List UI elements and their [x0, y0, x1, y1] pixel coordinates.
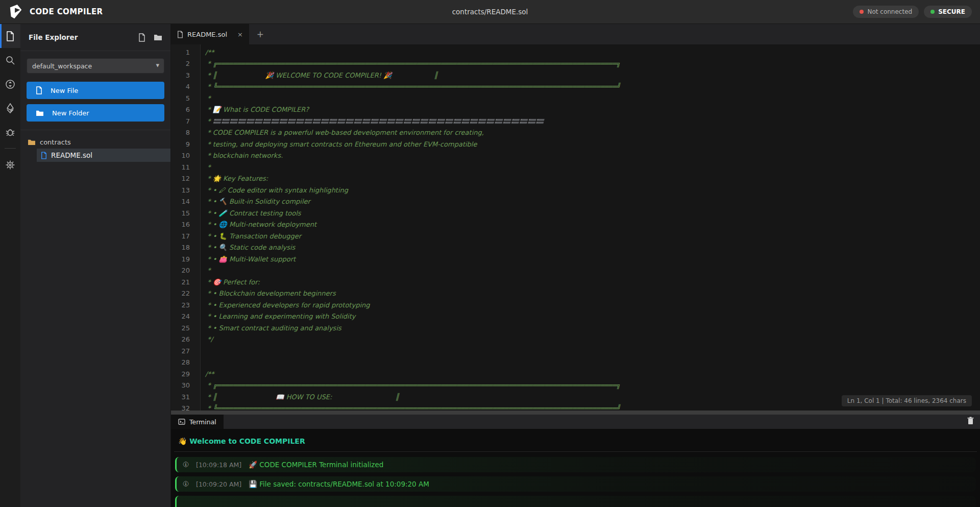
code-text: * 📝 What is CODE COMPILER? [200, 106, 309, 113]
code-line[interactable]: 21 * 🎯 Perfect for: [171, 276, 980, 288]
code-text: * ╔═════════════════════════════════════… [200, 381, 620, 389]
entry-message: 🚀 CODE COMPILER Terminal initialized [249, 461, 383, 469]
line-number: 8 [171, 129, 200, 136]
code-line[interactable]: 3 * ║ 🎉 WELCOME TO CODE COMPILER! 🎉 ║ [171, 69, 980, 81]
code-line[interactable]: 12 * 🌟 Key Features: [171, 173, 980, 185]
line-number: 28 [171, 358, 200, 366]
sidebar-item-compile-deploy[interactable] [0, 72, 20, 96]
code-line[interactable]: 23 * • Experienced developers for rapid … [171, 299, 980, 311]
tab-close-icon[interactable]: × [237, 31, 243, 38]
code-line[interactable]: 6 * 📝 What is CODE COMPILER? [171, 104, 980, 116]
code-line[interactable]: 14 * • 🔨 Built-in Solidity compiler [171, 196, 980, 208]
connection-status-badge: Not connected [853, 6, 919, 18]
code-lines: 1/**2 * ╔═══════════════════════════════… [171, 46, 980, 411]
code-text: * • 🖊 Code editor with syntax highlighti… [200, 186, 348, 194]
code-line[interactable]: 16 * • 🌐 Multi-network deployment [171, 219, 980, 231]
entry-timestamp: [10:09:20 AM] [196, 480, 241, 488]
code-text: * ╔═════════════════════════════════════… [200, 60, 620, 67]
connection-status-label: Not connected [867, 8, 912, 15]
app-logo-icon [8, 4, 23, 20]
sidebar-item-files[interactable] [0, 24, 20, 48]
code-line[interactable]: 22 * • Blockchain development beginners [171, 288, 980, 300]
header-status-badges: Not connected SECURE [853, 6, 972, 18]
workspace-select[interactable]: default_workspace [27, 58, 164, 74]
new-folder-button[interactable]: New Folder [27, 104, 164, 122]
file-icon [6, 31, 15, 41]
new-file-icon-button[interactable] [138, 33, 145, 42]
terminal-tab-label: Terminal [189, 418, 216, 426]
line-number: 17 [171, 232, 200, 240]
new-file-button[interactable]: New File [27, 82, 164, 99]
sidebar-item-settings[interactable] [0, 153, 20, 177]
code-line[interactable]: 4 * ╚═══════════════════════════════════… [171, 81, 980, 93]
code-line[interactable]: 1/** [171, 46, 980, 58]
terminal-entry-partial [175, 496, 976, 507]
sidebar-item-search[interactable] [0, 48, 20, 72]
line-number: 15 [171, 209, 200, 217]
code-line[interactable]: 25 * • Smart contract auditing and analy… [171, 322, 980, 334]
code-text: * CODE COMPILER is a powerful web-based … [200, 129, 484, 136]
file-explorer-header: File Explorer [20, 24, 170, 51]
tab-label: README.sol [187, 31, 227, 38]
code-text: * ╚═════════════════════════════════════… [200, 404, 620, 411]
code-text: * • 🔍 Static code analysis [200, 244, 295, 251]
line-number: 13 [171, 186, 200, 194]
tab-readme[interactable]: README.sol × [171, 24, 249, 44]
terminal-welcome-message: 👋 Welcome to CODE COMPILER [174, 429, 977, 452]
sidebar-item-debug[interactable] [0, 120, 20, 144]
editor-status-pill: Ln 1, Col 1 | Total: 46 lines, 2364 char… [842, 395, 972, 406]
file-icon [177, 31, 183, 38]
new-tab-button[interactable]: + [249, 24, 272, 44]
code-line[interactable]: 8 * CODE COMPILER is a powerful web-base… [171, 127, 980, 139]
breadcrumb-path: contracts/README.sol [0, 8, 980, 16]
code-line[interactable]: 27 [171, 345, 980, 357]
new-folder-icon-button[interactable] [154, 33, 162, 42]
code-line[interactable]: 30 * ╔══════════════════════════════════… [171, 380, 980, 392]
code-line[interactable]: 15 * • 🧪 Contract testing tools [171, 207, 980, 219]
code-line[interactable]: 10 * blockchain networks. [171, 150, 980, 162]
code-text: * • 👛 Multi-Wallet support [200, 255, 296, 263]
code-line[interactable]: 13 * • 🖊 Code editor with syntax highlig… [171, 184, 980, 196]
line-number: 23 [171, 301, 200, 309]
terminal-entry: 🛈[10:09:18 AM]🚀 CODE COMPILER Terminal i… [175, 457, 976, 472]
code-text: * [200, 267, 211, 274]
code-line[interactable]: 2 * ╔═══════════════════════════════════… [171, 58, 980, 70]
code-line[interactable]: 7 * 🟰🟰🟰🟰🟰🟰🟰🟰🟰🟰🟰🟰🟰🟰🟰🟰🟰🟰🟰🟰🟰🟰🟰🟰🟰🟰🟰🟰🟰🟰🟰🟰🟰🟰🟰🟰… [171, 115, 980, 127]
file-label: README.sol [51, 151, 92, 159]
code-line[interactable]: 18 * • 🔍 Static code analysis [171, 242, 980, 254]
code-line[interactable]: 29/** [171, 368, 980, 380]
tree-item-readme-file[interactable]: README.sol [37, 149, 170, 162]
editor-terminal-splitter[interactable] [171, 411, 980, 415]
code-line[interactable]: 26 */ [171, 334, 980, 346]
line-number: 22 [171, 289, 200, 297]
code-text: * blockchain networks. [200, 152, 283, 159]
code-line[interactable]: 17 * • 🐛 Transaction debugger [171, 230, 980, 242]
file-tree: contracts README.sol [20, 130, 170, 162]
code-line[interactable]: 28 [171, 357, 980, 369]
code-line[interactable]: 20 * [171, 265, 980, 277]
code-text: * 🎯 Perfect for: [200, 278, 260, 286]
new-folder-button-label: New Folder [52, 109, 89, 117]
secure-label: SECURE [938, 8, 965, 15]
code-line[interactable]: 19 * • 👛 Multi-Wallet support [171, 253, 980, 265]
code-line[interactable]: 24 * • Learning and experimenting with S… [171, 311, 980, 323]
code-text: * 🌟 Key Features: [200, 175, 268, 182]
tab-terminal[interactable]: Terminal [171, 415, 224, 429]
sidebar-item-ethereum[interactable] [0, 96, 20, 120]
app-header: CODE COMPILER contracts/README.sol Not c… [0, 0, 980, 24]
bug-icon [5, 127, 15, 137]
code-line[interactable]: 9 * testing, and deploying smart contrac… [171, 138, 980, 150]
folder-icon [36, 110, 44, 116]
line-number: 26 [171, 335, 200, 343]
code-line[interactable]: 5 * [171, 92, 980, 104]
code-editor[interactable]: 1/**2 * ╔═══════════════════════════════… [171, 44, 980, 411]
clear-terminal-button[interactable] [967, 417, 974, 426]
line-number: 14 [171, 198, 200, 205]
code-text: * • 🐛 Transaction debugger [200, 232, 301, 240]
tree-item-contracts-folder[interactable]: contracts [20, 135, 170, 149]
line-number: 21 [171, 278, 200, 286]
terminal-content[interactable]: 👋 Welcome to CODE COMPILER 🛈[10:09:18 AM… [171, 429, 980, 507]
file-icon [36, 86, 42, 94]
code-line[interactable]: 11 * [171, 161, 980, 173]
line-number: 29 [171, 370, 200, 378]
